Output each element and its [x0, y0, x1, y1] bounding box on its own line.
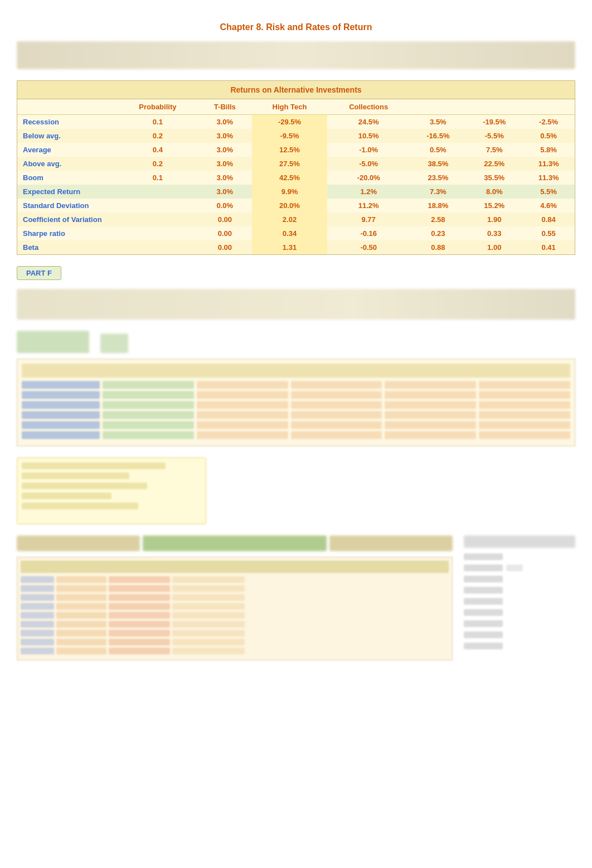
yellow-info-box [17, 457, 206, 524]
blurred-cell-lbl5 [22, 421, 100, 429]
row-c7: 5.8% [522, 143, 575, 157]
summary-hightech: 2.02 [252, 213, 327, 226]
blurred-row-2 [22, 391, 570, 399]
blurred-cell-o1 [197, 381, 288, 389]
summary-tbills: 0.00 [198, 213, 252, 226]
big-cell-m1 [56, 576, 106, 583]
row-c5: 0.5% [410, 143, 466, 157]
table-row: Boom 0.1 3.0% 42.5% -20.0% 23.5% 35.5% 1… [17, 171, 575, 185]
right-row-9 [464, 643, 575, 649]
small-label-row [17, 331, 575, 353]
row-tbills: 3.0% [198, 171, 252, 185]
big-cell-l1 [21, 576, 54, 583]
big-cell-or4 [109, 603, 170, 610]
big-cell-or9 [109, 648, 170, 654]
row-c5: 3.5% [410, 115, 466, 129]
row-hightech: 27.5% [252, 157, 327, 171]
blurred-cell-o5 [197, 391, 288, 399]
big-cell-or5 [109, 612, 170, 619]
big-cell-or7 [109, 630, 170, 636]
blurred-cell-g5 [103, 421, 194, 429]
big-cell-r6 [172, 621, 245, 628]
summary-row: Beta 0.00 1.31 -0.50 0.88 1.00 0.41 [17, 240, 575, 254]
col5-header [410, 99, 466, 115]
right-row-1 [464, 553, 575, 560]
summary-row: Coefficient of Variation 0.00 2.02 9.77 … [17, 213, 575, 226]
big-table-header-bar [21, 561, 449, 573]
summary-prob-empty [118, 199, 198, 213]
row-tbills: 3.0% [198, 115, 252, 129]
summary-c6: 1.90 [466, 213, 522, 226]
big-cell-r2 [172, 585, 245, 592]
blurred-cell-lbl6 [22, 431, 100, 439]
summary-prob-empty [118, 185, 198, 199]
big-cell-or6 [109, 621, 170, 628]
table-row: Above avg. 0.2 3.0% 27.5% -5.0% 38.5% 22… [17, 157, 575, 171]
summary-c7: 0.84 [522, 213, 575, 226]
big-cell-l7 [21, 630, 54, 636]
blurred-cell-o13 [197, 411, 288, 419]
right-cell-5 [464, 598, 503, 605]
bottom-left-content [17, 536, 453, 660]
big-cell-or1 [109, 576, 170, 583]
summary-c6: 8.0% [466, 185, 522, 199]
big-cell-or2 [109, 585, 170, 592]
blurred-cell-o16 [479, 411, 570, 419]
big-cell-m8 [56, 639, 106, 645]
right-cell-2 [464, 565, 503, 571]
blurred-cell-o12 [479, 401, 570, 409]
row-prob: 0.2 [118, 129, 198, 143]
blurred-cell-o23 [385, 431, 476, 439]
big-row-4 [21, 603, 449, 610]
big-row-6 [21, 621, 449, 628]
row-c7: 11.3% [522, 171, 575, 185]
blurred-cell-lbl2 [22, 391, 100, 399]
big-cell-m2 [56, 585, 106, 592]
big-cell-l2 [21, 585, 54, 592]
summary-c5: 0.88 [410, 240, 466, 254]
blurred-cell-lbl4 [22, 411, 100, 419]
summary-c5: 18.8% [410, 199, 466, 213]
row-label: Average [17, 143, 118, 157]
blurred-row-5 [22, 421, 570, 429]
summary-prob-empty [118, 240, 198, 254]
summary-label: Sharpe ratio [17, 226, 118, 240]
big-cell-r7 [172, 630, 245, 636]
blurred-part-f-text [17, 289, 575, 320]
blurred-cell-o21 [197, 431, 288, 439]
summary-prob-empty [118, 213, 198, 226]
row-label: Above avg. [17, 157, 118, 171]
summary-label: Standard Deviation [17, 199, 118, 213]
bottom-right-content [464, 536, 575, 660]
blurred-cell-o3 [385, 381, 476, 389]
summary-row: Standard Deviation 0.0% 20.0% 11.2% 18.8… [17, 199, 575, 213]
big-cell-m4 [56, 603, 106, 610]
blurred-row-4 [22, 411, 570, 419]
summary-collections: -0.50 [327, 240, 410, 254]
blurred-middle-table [17, 359, 575, 446]
blurred-cell-o17 [197, 421, 288, 429]
table-section-title: Returns on Alternative Investments [17, 81, 575, 99]
right-blurred-header [464, 536, 575, 548]
row-c7: 0.5% [522, 129, 575, 143]
summary-hightech: 0.34 [252, 226, 327, 240]
col6-header [466, 99, 522, 115]
right-cell-3 [464, 576, 503, 582]
big-cell-or3 [109, 594, 170, 601]
big-cell-l9 [21, 648, 54, 654]
row-c6: 7.5% [466, 143, 522, 157]
big-cell-m5 [56, 612, 106, 619]
row-c6: -5.5% [466, 129, 522, 143]
big-cell-m3 [56, 594, 106, 601]
summary-label: Coefficient of Variation [17, 213, 118, 226]
right-cell-6 [464, 609, 503, 616]
part-f-badge: PART F [17, 266, 61, 280]
row-hightech: -9.5% [252, 129, 327, 143]
big-row-2 [21, 585, 449, 592]
big-blurred-table [17, 557, 453, 660]
summary-c6: 15.2% [466, 199, 522, 213]
summary-c7: 0.55 [522, 226, 575, 240]
blurred-intro-text [17, 41, 575, 69]
blurred-cell-o19 [385, 421, 476, 429]
row-c6: 35.5% [466, 171, 522, 185]
